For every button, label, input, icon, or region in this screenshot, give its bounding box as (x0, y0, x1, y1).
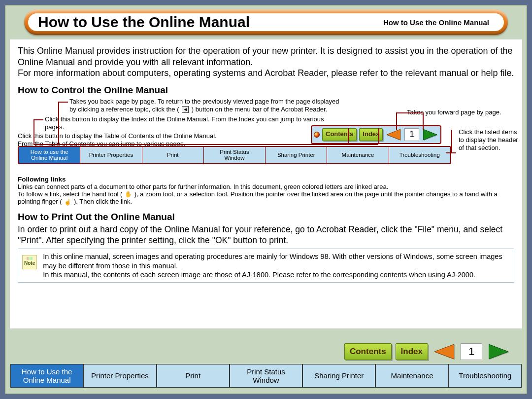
tab-sharing-printer[interactable]: Sharing Printer (302, 364, 375, 388)
tab-print[interactable]: Print (157, 364, 230, 388)
tab-label: Printer Properties (91, 371, 149, 380)
mini-tab-label: Print Status (220, 149, 249, 155)
contents-button-mini[interactable]: Contents (322, 128, 357, 141)
callout-index: Click this button to display the Index o… (45, 115, 326, 132)
arrow-left-icon (434, 344, 454, 359)
tab-label: Troubleshooting (459, 371, 511, 380)
note-line1: In this online manual, screen images and… (43, 253, 502, 269)
mini-tab-label: Maintenance (342, 152, 374, 158)
tab-label: Print (185, 371, 200, 380)
callout-back-line1: Takes you back page by page. To return t… (69, 98, 339, 105)
index-button[interactable]: Index (396, 343, 428, 360)
mini-tab-print[interactable]: Print (142, 147, 204, 163)
content-area: This Online Manual provides instruction … (9, 39, 523, 329)
tab-label: Window (253, 376, 279, 384)
page-number-mini: 1 (404, 128, 419, 141)
mini-tab-sharing-printer[interactable]: Sharing Printer (266, 147, 327, 163)
mini-tab-maintenance[interactable]: Maintenance (327, 147, 389, 163)
mini-button-row: Contents Index 1 (311, 125, 441, 144)
tab-label: Online Manual (23, 376, 71, 384)
tab-printer-properties[interactable]: Printer Properties (83, 364, 156, 388)
note-box: Note In this online manual, screen image… (18, 249, 514, 282)
tab-label: Print Status (247, 367, 285, 376)
following-links-line2-pre: To follow a link, select the hand tool ( (18, 190, 122, 198)
mini-tab-label: Troubleshooting (399, 152, 440, 158)
intro-paragraph-1: This Online Manual provides instruction … (18, 45, 514, 68)
svg-marker-1 (423, 129, 437, 140)
mini-tab-label: How to use the (31, 149, 68, 155)
page-root: How to Use the Online Manual How to Use … (0, 0, 532, 399)
note-line2: In this manual, the contents of each scr… (43, 271, 475, 279)
forward-arrow-button[interactable] (486, 343, 511, 360)
index-button-mini[interactable]: Index (359, 128, 383, 141)
mini-tab-label: Sharing Printer (277, 152, 315, 158)
arrow-right-icon (423, 129, 437, 140)
tab-label: Sharing Printer (314, 371, 364, 380)
bottom-button-row: Contents Index 1 (10, 338, 522, 364)
callout-back: Takes you back page by page. To return t… (69, 98, 365, 114)
outer-panel: How to Use the Online Manual How to Use … (5, 5, 527, 394)
callout-area: Takes you back page by page. To return t… (18, 98, 514, 173)
page-subtitle: How to Use the Online Manual (383, 18, 489, 27)
following-links-line2-post: ). Then click the link. (74, 198, 132, 205)
following-links-block: Following links Links can connect parts … (18, 176, 514, 206)
mini-tab-printer-properties[interactable]: Printer Properties (80, 147, 142, 163)
note-text: In this online manual, screen images and… (43, 252, 510, 279)
svg-marker-3 (489, 344, 508, 359)
tab-print-status-window[interactable]: Print Status Window (230, 364, 302, 388)
mini-tab-label: Printer Properties (89, 152, 133, 158)
section-print-paragraph: In order to print out a hard copy of the… (18, 224, 514, 246)
title-inner: How to Use the Online Manual How to Use … (28, 13, 504, 31)
mini-tab-label: Window (225, 155, 245, 161)
arrow-left-icon (387, 129, 400, 140)
title-bar: How to Use the Online Manual How to Use … (24, 9, 508, 35)
back-arrow-mini[interactable] (385, 128, 402, 141)
tab-label: Maintenance (391, 371, 433, 380)
intro-paragraph-2: For more information about computers, op… (18, 68, 514, 79)
mini-tabs-row: How to use the Online Manual Printer Pro… (18, 146, 451, 164)
note-label: Note (24, 260, 35, 266)
svg-marker-0 (387, 129, 400, 140)
page-number: 1 (461, 343, 482, 360)
tab-how-to-use[interactable]: How to Use the Online Manual (10, 364, 83, 388)
bottom-bar: Contents Index 1 How to Use the Online M… (5, 338, 527, 394)
page-title: How to Use the Online Manual (38, 14, 250, 31)
tab-maintenance[interactable]: Maintenance (375, 364, 448, 388)
back-arrow-button[interactable] (432, 343, 457, 360)
callout-back-line2-pre: by clicking a reference topic, click the… (69, 106, 179, 113)
hand-open-icon: ✋ (125, 191, 132, 198)
bottom-tabs-row: How to Use the Online Manual Printer Pro… (10, 364, 522, 388)
callout-dot-icon (314, 132, 320, 138)
acrobat-back-icon: ◄ (182, 106, 189, 113)
mini-navigation: Contents Index 1 How to use the (18, 146, 514, 164)
callout-back-line2-post: ) button on the menu bar of the Acrobat … (192, 106, 327, 113)
following-links-heading: Following links (18, 176, 66, 183)
svg-marker-2 (434, 344, 454, 359)
hand-point-icon: ☝ (64, 199, 71, 206)
mini-tab-print-status[interactable]: Print Status Window (204, 147, 266, 163)
mini-tab-label: Print (167, 152, 179, 158)
note-icon: Note (22, 255, 37, 269)
following-links-line1: Links can connect parts of a document to… (18, 183, 388, 190)
forward-arrow-mini[interactable] (422, 128, 438, 141)
section-control-heading: How to Control the Online Manual (18, 85, 514, 96)
tab-troubleshooting[interactable]: Troubleshooting (449, 364, 522, 388)
callout-contents-line1: Click this button to display the Table o… (18, 132, 217, 140)
mini-tab-troubleshooting[interactable]: Troubleshooting (389, 147, 450, 163)
tab-label: How to Use the (22, 367, 72, 376)
arrow-right-icon (489, 344, 508, 359)
mini-tab-how-to-use[interactable]: How to use the Online Manual (19, 147, 80, 163)
section-print-heading: How to Print Out the Online Manual (18, 212, 514, 222)
mini-tab-label: Online Manual (31, 155, 67, 161)
contents-button[interactable]: Contents (344, 343, 392, 360)
